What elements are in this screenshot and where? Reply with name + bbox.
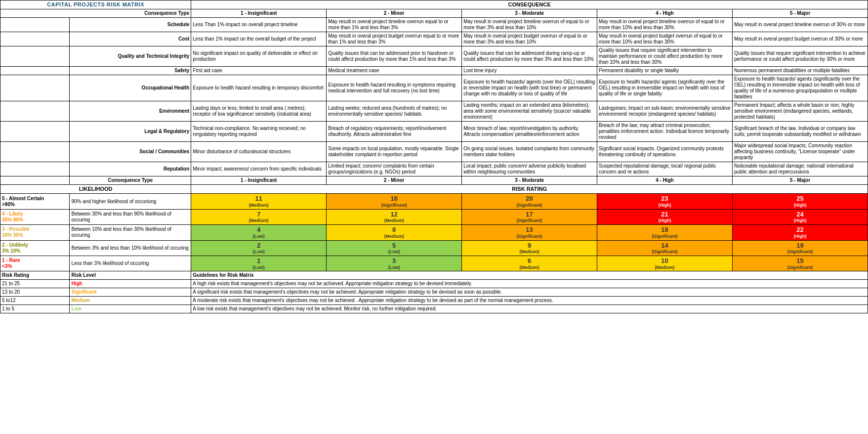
legend-guideline: A high risk exists that management's obj…: [191, 280, 868, 288]
legend-level-header: Risk Level: [70, 271, 191, 280]
likelihood-desc: Between 30% and less than 90% likelihood…: [70, 209, 191, 224]
row-label: Schedule: [70, 18, 191, 32]
likelihood-row: 4 - Likely30% 90%Between 30% and less th…: [0, 209, 868, 224]
legend-guideline-header: Guidelines for Risk Matrix: [191, 271, 868, 280]
legend-rating: 13 to 20: [0, 288, 70, 297]
risk-cell-c4: 18(Significant): [597, 225, 733, 240]
cell-c5: Noticeable reputational damage; national…: [732, 162, 868, 176]
risk-rating-header: RISK RATING: [191, 185, 868, 194]
legend-level: Significant: [70, 288, 191, 297]
legend-guideline: A moderate risk exists that management's…: [191, 297, 868, 305]
cell-c2: Limited impact; concern/ complaints from…: [327, 162, 462, 176]
risk-cell-c4: 14(Significant): [597, 240, 733, 256]
cell-c2: May result in overal project budget over…: [327, 32, 462, 46]
table-row: SafetyFirst aid caseMedical treatment ca…: [0, 67, 868, 75]
legend-rating: 21 to 25: [0, 280, 70, 288]
cell-c1: Exposure to health hazard resulting in t…: [191, 75, 327, 101]
col-header-1: 1 - Insignificant: [191, 9, 327, 18]
bottom-spacer: [0, 176, 70, 185]
row-label: Quality and Technical Integrity: [70, 46, 191, 67]
likelihood-row: 3 - Possible10% 30%Between 10% and less …: [0, 225, 868, 240]
cell-c3: May result in overal project timeline ov…: [462, 18, 597, 32]
legend-row: 5 to12MediumA moderate risk exists that …: [0, 297, 868, 305]
risk-cell-c5: 22(High): [732, 225, 868, 240]
col-header-bottom-c5: 5 - Major: [732, 176, 868, 185]
risk-cell-c1: 11(Medium): [191, 194, 327, 209]
cell-c3: May result in overal project budget over…: [462, 32, 597, 46]
cell-c1: No significant impact on quality of deli…: [191, 46, 327, 67]
cell-c4: Significant social impacts. Organized co…: [597, 142, 733, 162]
cell-c5: May result in overal project timeline ov…: [732, 18, 868, 32]
likelihood-risk-header-row: LIKELIHOODRISK RATING: [0, 185, 868, 194]
table-row: CostLess than 1% impact on the overall b…: [0, 32, 868, 46]
cell-c3: On going social issues. Isolated complai…: [462, 142, 597, 162]
table-row: ReputationMinor impact; awareness/ conce…: [0, 162, 868, 176]
cell-c5: Permanent Impact; affects a whole basin …: [732, 101, 868, 122]
risk-cell-c2: 5(Low): [327, 240, 462, 256]
row-spacer: [0, 122, 70, 142]
row-spacer: [0, 162, 70, 176]
risk-cell-c5: 24(High): [732, 209, 868, 224]
cell-c4: Permanent disability or single fatality: [597, 67, 733, 75]
cell-c4: Breach of the law; may attract criminal …: [597, 122, 733, 142]
cell-c1: First aid case: [191, 67, 327, 75]
cell-c4: Exposure to health hazards/ agents (sign…: [597, 75, 733, 101]
likelihood-desc: Between 3% and less than 10% likelihood …: [70, 240, 191, 256]
risk-cell-c1: 1(Low): [191, 256, 327, 271]
risk-cell-c2: 12(Medium): [327, 209, 462, 224]
risk-cell-c5: 25(High): [732, 194, 868, 209]
consequence-type-bottom: Consequence Type: [70, 176, 191, 185]
risk-cell-c1: 2(Low): [191, 240, 327, 256]
row-label: Occupational Health: [70, 75, 191, 101]
likelihood-label: 5 - Almost Certain>90%: [0, 194, 70, 209]
cell-c1: Less than 1% impact on the overall budge…: [191, 32, 327, 46]
row-label: Social / Communities: [70, 142, 191, 162]
row-spacer: [0, 101, 70, 122]
cell-c4: May result in overal project timeline ov…: [597, 18, 733, 32]
col-header-5: 5 - Major: [732, 9, 868, 18]
risk-cell-c2: 16(Significant): [327, 194, 462, 209]
legend-row: 1 to 5LowA low risk exists that manageme…: [0, 305, 868, 313]
legend-guideline: A significant risk exists that managemen…: [191, 288, 868, 297]
legend-level: High: [70, 280, 191, 288]
cell-c4: Quality issues that require significant …: [597, 46, 733, 67]
risk-cell-c2: 8(Medium): [327, 225, 462, 240]
row-label: Environment: [70, 101, 191, 122]
likelihood-label: 4 - Likely30% 90%: [0, 209, 70, 224]
legend-level: Medium: [70, 297, 191, 305]
cell-c5: Exposure to health hazards/ agents (sign…: [732, 75, 868, 101]
legend-rating: 1 to 5: [0, 305, 70, 313]
row-spacer: [0, 18, 70, 32]
cell-c4: Suspected reputational damage; local/ re…: [597, 162, 733, 176]
risk-matrix-table: CAPITAL PROJECTS RISK MATRIX CONSEQUENCE…: [0, 0, 868, 313]
table-row: EnvironmentLasting days or less; limited…: [0, 101, 868, 122]
cell-c2: Quality issues that can be addressed pri…: [327, 46, 462, 67]
legend-row: 13 to 20SignificantA significant risk ex…: [0, 288, 868, 297]
cell-c5: Quality issues that require significant …: [732, 46, 868, 67]
risk-cell-c1: 4(Low): [191, 225, 327, 240]
consequence-type-bottom-row: Consequence Type1 - Insignificant2 - Min…: [0, 176, 868, 185]
risk-cell-c4: 21(High): [597, 209, 733, 224]
risk-cell-c5: 15(Significant): [732, 256, 868, 271]
col-header-bottom-c4: 4 - High: [597, 176, 733, 185]
row-label: Reputation: [70, 162, 191, 176]
consequence-header: CONSEQUENCE: [191, 0, 868, 9]
risk-cell-c3: 20(Significant): [462, 194, 597, 209]
cell-c2: Breach of regulatory requirements; repor…: [327, 122, 462, 142]
row-spacer: [0, 32, 70, 46]
cell-c1: Minor disturbance of culturalsocial stru…: [191, 142, 327, 162]
cell-c3: Minor breach of law; report/investigatio…: [462, 122, 597, 142]
likelihood-desc: Between 10% and less than 30% likelihood…: [70, 225, 191, 240]
legend-rating-header: Risk Rating: [0, 271, 70, 280]
risk-cell-c3: 17(Significant): [462, 209, 597, 224]
row-label: Cost: [70, 32, 191, 46]
cell-c2: Exposure to health hazard resulting in s…: [327, 75, 462, 101]
cell-c4: May result in overal project budget over…: [597, 32, 733, 46]
cell-c5: May result in overal project budget over…: [732, 32, 868, 46]
cell-c3: Quality issues that can be addressed dur…: [462, 46, 597, 67]
consequence-type-header: Consequence Type: [0, 9, 191, 18]
cell-c4: Lastngyears; impact on sub-basin; enviro…: [597, 101, 733, 122]
matrix-title: CAPITAL PROJECTS RISK MATRIX: [0, 0, 191, 9]
likelihood-row: 1 - Rare<3%Less than 3% likelihood of oc…: [0, 256, 868, 271]
legend-guideline: A low risk exists that management's obje…: [191, 305, 868, 313]
